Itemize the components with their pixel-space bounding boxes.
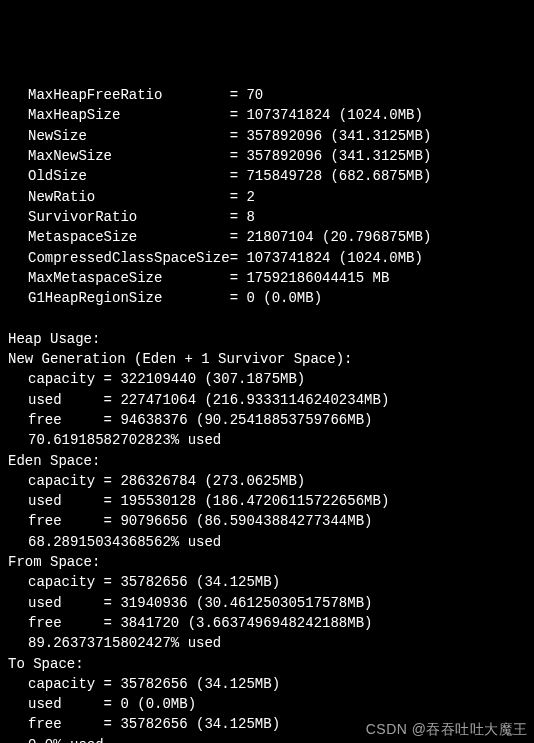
- jvm-param-row: SurvivorRatio = 8: [8, 207, 534, 227]
- param-value: 357892096 (341.3125MB): [246, 126, 431, 146]
- heap-value: 35782656 (34.125MB): [120, 674, 280, 694]
- param-name: MaxMetaspaceSize: [28, 268, 230, 288]
- param-value: 715849728 (682.6875MB): [246, 166, 431, 186]
- jvm-param-row: NewSize = 357892096 (341.3125MB): [8, 126, 534, 146]
- equals-sign: =: [95, 674, 120, 694]
- watermark: CSDN @吞吞吐吐大魔王: [366, 719, 528, 739]
- heap-pct-used: 68.28915034368562% used: [8, 532, 534, 552]
- heap-key: capacity: [28, 369, 95, 389]
- heap-key: capacity: [28, 471, 95, 491]
- equals-sign: =: [95, 410, 120, 430]
- section-title: To Space:: [8, 654, 534, 674]
- param-value: 2: [246, 187, 254, 207]
- jvm-param-row: MaxNewSize = 357892096 (341.3125MB): [8, 146, 534, 166]
- heap-key: free: [28, 613, 95, 633]
- equals-sign: =: [230, 207, 247, 227]
- heap-row: used = 31940936 (30.46125030517578MB): [8, 593, 534, 613]
- param-value: 8: [246, 207, 254, 227]
- param-value: 1073741824 (1024.0MB): [246, 105, 422, 125]
- section-title: Eden Space:: [8, 451, 534, 471]
- heap-key: used: [28, 694, 95, 714]
- terminal-output: MaxHeapFreeRatio = 70MaxHeapSize = 10737…: [8, 85, 534, 743]
- param-value: 70: [246, 85, 263, 105]
- heap-value: 195530128 (186.47206115722656MB): [120, 491, 389, 511]
- heap-key: free: [28, 410, 95, 430]
- heap-row: capacity = 286326784 (273.0625MB): [8, 471, 534, 491]
- equals-sign: =: [230, 166, 247, 186]
- heap-row: capacity = 35782656 (34.125MB): [8, 674, 534, 694]
- param-value: 0 (0.0MB): [246, 288, 322, 308]
- heap-key: capacity: [28, 572, 95, 592]
- equals-sign: =: [95, 593, 120, 613]
- equals-sign: =: [95, 613, 120, 633]
- heap-value: 322109440 (307.1875MB): [120, 369, 305, 389]
- section-title: From Space:: [8, 552, 534, 572]
- equals-sign: =: [230, 146, 247, 166]
- heap-key: free: [28, 511, 95, 531]
- equals-sign: =: [95, 369, 120, 389]
- heap-row: capacity = 35782656 (34.125MB): [8, 572, 534, 592]
- heap-key: used: [28, 491, 95, 511]
- equals-sign: =: [230, 187, 247, 207]
- heap-pct-used: 89.26373715802427% used: [8, 633, 534, 653]
- blank-line: [8, 308, 534, 328]
- equals-sign: =: [95, 714, 120, 734]
- heap-usage-header: Heap Usage:: [8, 329, 534, 349]
- param-name: G1HeapRegionSize: [28, 288, 230, 308]
- jvm-param-row: OldSize = 715849728 (682.6875MB): [8, 166, 534, 186]
- equals-sign: =: [230, 268, 247, 288]
- equals-sign: =: [230, 288, 247, 308]
- equals-sign: =: [95, 572, 120, 592]
- heap-key: capacity: [28, 674, 95, 694]
- equals-sign: =: [95, 471, 120, 491]
- heap-value: 94638376 (90.25418853759766MB): [120, 410, 372, 430]
- equals-sign: =: [230, 227, 247, 247]
- heap-value: 31940936 (30.46125030517578MB): [120, 593, 372, 613]
- param-value: 17592186044415 MB: [246, 268, 389, 288]
- equals-sign: =: [95, 390, 120, 410]
- heap-value: 35782656 (34.125MB): [120, 714, 280, 734]
- param-name: MaxNewSize: [28, 146, 230, 166]
- heap-value: 0 (0.0MB): [120, 694, 196, 714]
- heap-row: capacity = 322109440 (307.1875MB): [8, 369, 534, 389]
- heap-row: free = 94638376 (90.25418853759766MB): [8, 410, 534, 430]
- param-name: MetaspaceSize: [28, 227, 230, 247]
- equals-sign: =: [95, 694, 120, 714]
- param-name: MaxHeapSize: [28, 105, 230, 125]
- heap-value: 227471064 (216.93331146240234MB): [120, 390, 389, 410]
- param-name: SurvivorRatio: [28, 207, 230, 227]
- param-value: 21807104 (20.796875MB): [246, 227, 431, 247]
- heap-value: 3841720 (3.6637496948242188MB): [120, 613, 372, 633]
- jvm-param-row: MetaspaceSize = 21807104 (20.796875MB): [8, 227, 534, 247]
- heap-value: 35782656 (34.125MB): [120, 572, 280, 592]
- param-value: 357892096 (341.3125MB): [246, 146, 431, 166]
- heap-row: free = 90796656 (86.59043884277344MB): [8, 511, 534, 531]
- jvm-param-row: MaxHeapSize = 1073741824 (1024.0MB): [8, 105, 534, 125]
- heap-value: 286326784 (273.0625MB): [120, 471, 305, 491]
- equals-sign: =: [95, 491, 120, 511]
- jvm-param-row: G1HeapRegionSize = 0 (0.0MB): [8, 288, 534, 308]
- heap-key: used: [28, 593, 95, 613]
- equals-sign: =: [230, 85, 247, 105]
- param-name: OldSize: [28, 166, 230, 186]
- param-name: CompressedClassSpaceSize: [28, 248, 230, 268]
- heap-key: free: [28, 714, 95, 734]
- param-value: 1073741824 (1024.0MB): [246, 248, 422, 268]
- heap-value: 90796656 (86.59043884277344MB): [120, 511, 372, 531]
- param-name: NewSize: [28, 126, 230, 146]
- heap-row: used = 227471064 (216.93331146240234MB): [8, 390, 534, 410]
- section-title: New Generation (Eden + 1 Survivor Space)…: [8, 349, 534, 369]
- heap-row: free = 3841720 (3.6637496948242188MB): [8, 613, 534, 633]
- equals-sign: =: [95, 511, 120, 531]
- param-name: NewRatio: [28, 187, 230, 207]
- heap-pct-used: 70.61918582702823% used: [8, 430, 534, 450]
- equals-sign: =: [230, 248, 247, 268]
- equals-sign: =: [230, 105, 247, 125]
- equals-sign: =: [230, 126, 247, 146]
- jvm-param-row: CompressedClassSpaceSize= 1073741824 (10…: [8, 248, 534, 268]
- param-name: MaxHeapFreeRatio: [28, 85, 230, 105]
- heap-key: used: [28, 390, 95, 410]
- jvm-param-row: MaxHeapFreeRatio = 70: [8, 85, 534, 105]
- heap-row: used = 0 (0.0MB): [8, 694, 534, 714]
- jvm-param-row: NewRatio = 2: [8, 187, 534, 207]
